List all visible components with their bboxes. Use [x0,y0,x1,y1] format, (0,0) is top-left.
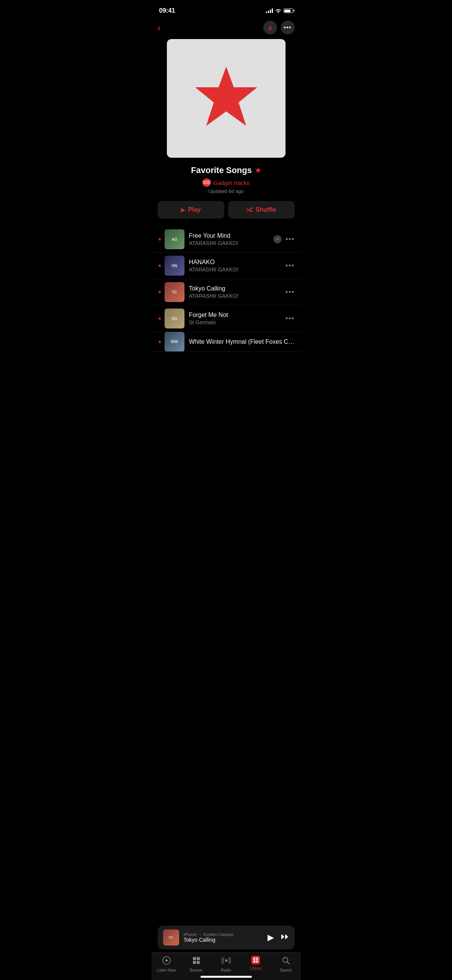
song-more-button[interactable]: ••• [286,235,294,243]
svg-marker-0 [195,67,257,126]
song-favorite-star: ★ [158,237,165,242]
playlist-title-star: ★ [255,166,261,175]
song-title: Forget Me Not [189,312,286,318]
song-actions: ••• [286,262,294,270]
playlist-star-art [192,63,261,134]
song-art: AG [165,229,184,249]
song-favorite-star: ★ [158,263,165,268]
song-item[interactable]: ★ SG Forget Me Not St Germain ••• [152,305,301,332]
song-title: White Winter Hymnal (Fleet Foxes Cover) [189,338,295,345]
author-badge: GADGET HACKS [202,178,211,187]
song-thumbnail: TC [165,282,184,302]
song-info: HANAKO ATARASHII GAKKO! [189,259,286,273]
song-art: HN [165,256,184,276]
shuffle-label: Shuffle [255,206,276,213]
more-button[interactable]: ••• [281,21,295,34]
status-bar: 09:41 [152,0,301,19]
playlist-author: GADGET HACKS Gadget Hacks [159,178,293,187]
album-art [167,39,286,158]
battery-icon [284,8,293,13]
song-list: ★ AG Free Your Mind ATARASHII GAKKO! •••… [152,226,301,352]
shuffle-icon [246,207,252,212]
song-info: Free Your Mind ATARASHII GAKKO! [189,232,274,246]
song-thumbnail: WW [165,332,184,352]
song-thumbnail: AG [165,229,184,249]
song-artist: St Germain [189,319,286,325]
song-title: Tokyo Calling [189,285,286,292]
song-thumbnail: HN [165,256,184,276]
song-item[interactable]: ★ WW White Winter Hymnal (Fleet Foxes Co… [152,332,301,352]
song-favorite-star: ★ [158,316,165,321]
song-item[interactable]: ★ HN HANAKO ATARASHII GAKKO! ••• [152,253,301,279]
song-title: HANAKO [189,259,286,266]
playlist-title: Favorite Songs ★ [159,165,293,175]
song-info: Forget Me Not St Germain [189,312,286,325]
song-item[interactable]: ★ TC Tokyo Calling ATARASHII GAKKO! ••• [152,279,301,305]
song-favorite-star: ★ [158,289,165,295]
song-artist: ATARASHII GAKKO! [189,266,286,273]
song-art: TC [165,282,184,302]
song-thumbnail: SG [165,309,184,328]
nav-actions: ••• [263,21,295,34]
song-art: SG [165,309,184,328]
song-more-button[interactable]: ••• [286,262,294,270]
wifi-icon [275,8,281,13]
song-favorite-star: ★ [158,339,165,345]
song-title: Free Your Mind [189,232,274,239]
updated-text: Updated 6d ago [159,188,293,194]
album-art-container [152,39,301,165]
status-time: 09:41 [159,7,175,15]
song-more-button[interactable]: ••• [286,315,294,323]
song-artist: ATARASHII GAKKO! [189,293,286,299]
song-art: WW [165,332,184,352]
play-icon: ▶ [181,207,185,213]
author-name[interactable]: Gadget Hacks [213,180,250,186]
shuffle-button[interactable]: Shuffle [228,201,295,219]
download-button[interactable] [263,21,277,34]
song-artist: ATARASHII GAKKO! [189,240,274,246]
song-actions: ••• [286,315,294,323]
song-item[interactable]: ★ AG Free Your Mind ATARASHII GAKKO! ••• [152,226,301,253]
back-button[interactable]: ‹ [158,22,171,34]
playlist-info: Favorite Songs ★ GADGET HACKS Gadget Hac… [152,165,301,201]
action-buttons: ▶ Play Shuffle [152,201,301,226]
top-nav: ‹ ••• [152,19,301,39]
song-info: White Winter Hymnal (Fleet Foxes Cover) [189,338,295,345]
status-icons [266,8,293,13]
signal-icon [266,8,273,13]
song-actions: ••• [286,288,294,296]
song-more-button[interactable]: ••• [286,288,294,296]
play-label: Play [188,206,201,213]
song-info: Tokyo Calling ATARASHII GAKKO! [189,285,286,299]
song-download-icon[interactable] [273,235,282,243]
play-button[interactable]: ▶ Play [158,201,224,219]
song-actions: ••• [273,235,294,243]
